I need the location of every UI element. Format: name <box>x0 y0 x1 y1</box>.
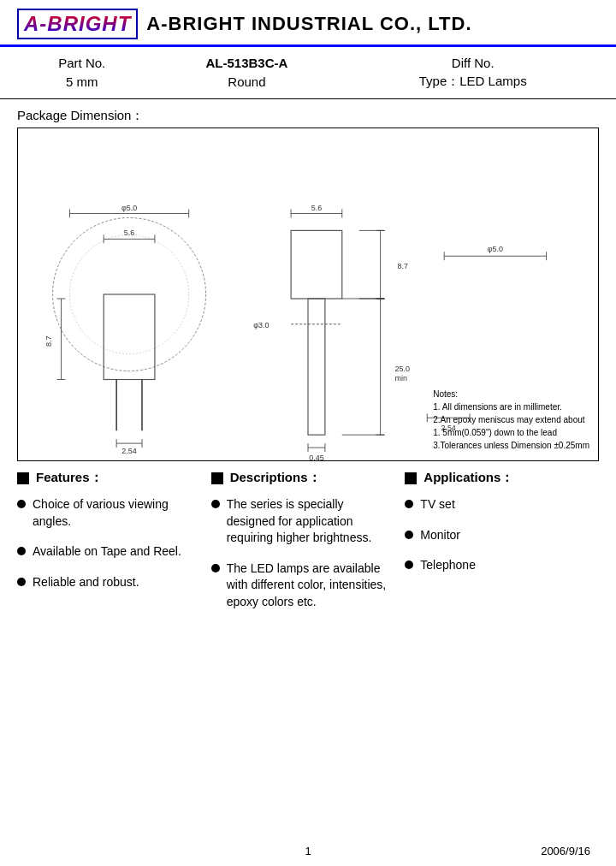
bullet-circle-icon <box>211 500 220 508</box>
svg-text:8.7: 8.7 <box>44 335 53 346</box>
application-item-3: Telephone <box>420 557 476 574</box>
list-item: Telephone <box>405 557 592 574</box>
applications-list: TV set Monitor Telephone <box>405 496 592 574</box>
part-no-value: AL-513B3C-A <box>146 54 346 72</box>
svg-rect-21 <box>291 230 342 299</box>
svg-text:0.45: 0.45 <box>309 454 323 460</box>
diagram-notes: Notes: 1. All dimensions are in millimet… <box>433 388 589 452</box>
page-header: A-BRIGHT A-BRIGHT INDUSTRIAL CO., LTD. <box>0 0 616 47</box>
note3: 1. 5mm(0.059") down to the lead <box>433 426 589 439</box>
features-header: Features： <box>17 470 204 486</box>
page-number: 1 <box>305 845 311 857</box>
part-info-section: Part No. AL-513B3C-A Diff No. 5 mm Round… <box>0 47 616 99</box>
features-bullet-icon <box>17 472 29 484</box>
package-section: Package Dimension： φ5.0 8.7 5 <box>0 99 616 461</box>
company-name: A-BRIGHT INDUSTRIAL CO., LTD. <box>146 13 471 35</box>
feature-item-2: Available on Tape and Reel. <box>33 543 181 561</box>
list-item: TV set <box>405 496 592 513</box>
package-diagram: φ5.0 8.7 5.6 2.54 8.7 <box>17 128 599 461</box>
type-label: Type：LED Lamps <box>346 72 599 92</box>
descriptions-label: Descriptions： <box>230 470 321 486</box>
list-item: Choice of various viewing angles. <box>17 496 204 530</box>
svg-rect-2 <box>104 294 155 379</box>
bottom-content: Features： Choice of various viewing angl… <box>0 461 616 633</box>
part-no-label: Part No. <box>17 54 146 72</box>
list-item: The LED lamps are available with differe… <box>211 561 399 611</box>
notes-title: Notes: <box>433 388 589 400</box>
applications-bullet-icon <box>405 472 417 484</box>
applications-label: Applications： <box>424 470 513 486</box>
bullet-circle-icon <box>17 547 26 555</box>
bullet-circle-icon <box>211 564 220 572</box>
list-item: The series is specially designed for app… <box>211 496 399 547</box>
dimension-label: 5 mm <box>17 72 146 92</box>
applications-section: Applications： TV set Monitor Telephone <box>405 470 599 625</box>
feature-item-1: Choice of various viewing angles. <box>33 496 196 530</box>
feature-item-3: Reliable and robust. <box>33 574 139 591</box>
application-item-2: Monitor <box>420 527 460 544</box>
descriptions-list: The series is specially designed for app… <box>211 496 399 611</box>
shape-label: Round <box>146 72 346 92</box>
bullet-circle-icon <box>17 578 26 586</box>
application-item-1: TV set <box>420 496 454 513</box>
footer-date: 2006/9/16 <box>541 845 590 857</box>
diff-no-label: Diff No. <box>346 54 599 72</box>
description-item-1: The series is specially designed for app… <box>227 496 390 547</box>
features-label: Features： <box>36 470 103 486</box>
descriptions-header: Descriptions： <box>211 470 399 486</box>
svg-rect-22 <box>308 299 325 435</box>
bullet-circle-icon <box>405 531 413 539</box>
descriptions-bullet-icon <box>211 472 223 484</box>
note4: 3.Tolerances unless Dimension ±0.25mm <box>433 439 589 452</box>
bullet-circle-icon <box>405 561 413 569</box>
package-title: Package Dimension： <box>17 108 599 124</box>
list-item: Available on Tape and Reel. <box>17 543 204 561</box>
svg-text:5.6: 5.6 <box>311 204 322 212</box>
bullet-circle-icon <box>17 500 26 508</box>
applications-header: Applications： <box>405 470 592 486</box>
svg-text:2.54: 2.54 <box>121 447 136 455</box>
features-section: Features： Choice of various viewing angl… <box>17 470 211 625</box>
bullet-circle-icon <box>405 500 413 508</box>
svg-text:min: min <box>394 374 406 383</box>
description-item-2: The LED lamps are available with differe… <box>227 561 390 611</box>
svg-text:5.6: 5.6 <box>124 228 134 237</box>
svg-text:8.7: 8.7 <box>397 262 407 270</box>
features-list: Choice of various viewing angles. Availa… <box>17 496 204 590</box>
note1: 1. All dimensions are in millimeter. <box>433 400 589 413</box>
svg-text:φ5.0: φ5.0 <box>121 204 137 212</box>
list-item: Reliable and robust. <box>17 574 204 591</box>
list-item: Monitor <box>405 527 592 544</box>
descriptions-section: Descriptions： The series is specially de… <box>211 470 406 625</box>
note2: 2.An epoxy meniscus may extend about <box>433 413 589 426</box>
svg-text:25.0: 25.0 <box>394 365 409 373</box>
svg-text:φ3.0: φ3.0 <box>253 321 269 329</box>
company-logo: A-BRIGHT <box>17 9 138 39</box>
svg-text:φ5.0: φ5.0 <box>488 245 503 253</box>
